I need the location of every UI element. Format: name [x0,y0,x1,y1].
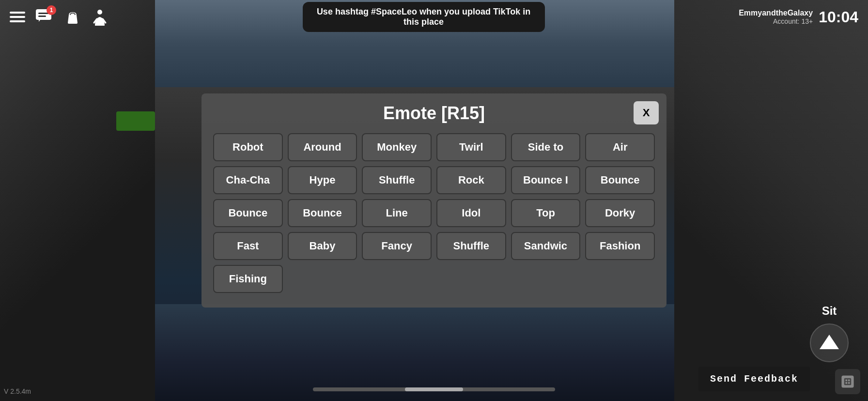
emote-button-fashion-23[interactable]: Fashion [585,232,655,260]
emote-button-baby-19[interactable]: Baby [288,232,357,260]
emote-button-bounce-12[interactable]: Bounce [213,199,283,227]
scroll-bar[interactable] [313,387,555,391]
emote-button-hype-7[interactable]: Hype [288,166,357,194]
svg-rect-10 [846,380,848,382]
svg-rect-11 [848,380,850,382]
account-info: Account: 13+ [739,17,813,25]
emote-button-sandwic-22[interactable]: Sandwic [511,232,581,260]
svg-point-4 [97,10,102,15]
hamburger-menu-icon[interactable] [10,12,25,22]
emote-button-shuffle-8[interactable]: Shuffle [362,166,432,194]
emote-button-fast-18[interactable]: Fast [213,232,283,260]
emote-modal: Emote [R15] X RobotAroundMonkeyTwirlSide… [202,93,666,308]
bag-icon[interactable] [64,8,81,26]
green-plant [116,111,155,131]
bg-center-bottom [155,304,674,401]
emote-button-bounce-i-10[interactable]: Bounce I [511,166,581,194]
version-text: V 2.5.4m [4,387,31,395]
emote-button-side-to-4[interactable]: Side to [511,133,581,161]
emote-button-bounce-13[interactable]: Bounce [288,199,357,227]
svg-rect-13 [848,382,850,384]
modal-title: Emote [R15] [213,103,655,123]
svg-rect-3 [38,15,46,17]
emote-grid: RobotAroundMonkeyTwirlSide toAirCha-ChaH… [213,133,655,293]
emote-button-fishing-24[interactable]: Fishing [213,265,283,293]
emote-button-idol-15[interactable]: Idol [436,199,506,227]
emote-button-around-1[interactable]: Around [288,133,357,161]
top-bar-left: 1 [10,7,108,27]
svg-marker-7 [820,335,839,349]
emote-button-air-5[interactable]: Air [585,133,655,161]
emote-button-line-14[interactable]: Line [362,199,432,227]
emote-button-fancy-20[interactable]: Fancy [362,232,432,260]
jump-button[interactable] [810,324,849,362]
player-icon[interactable] [91,8,108,26]
svg-rect-12 [846,382,848,384]
emote-button-cha-cha-6[interactable]: Cha-Cha [213,166,283,194]
time-display: 10:04 [819,8,858,26]
svg-rect-9 [844,378,851,385]
username-info: EmmyandtheGalaxy Account: 13+ [739,9,813,25]
emote-button-twirl-3[interactable]: Twirl [436,133,506,161]
chat-icon[interactable]: 1 [35,7,54,27]
emote-button-robot-0[interactable]: Robot [213,133,283,161]
bottom-right-controls: Sit [810,304,849,362]
scroll-thumb [405,387,463,391]
top-bar: 1 Use hashtag #SpaceLeo when you upload … [0,0,868,34]
emote-button-rock-9[interactable]: Rock [436,166,506,194]
emote-button-dorky-17[interactable]: Dorky [585,199,655,227]
modal-close-button[interactable]: X [634,101,659,124]
top-bar-right: EmmyandtheGalaxy Account: 13+ 10:04 [739,8,858,26]
notification-banner: Use hashtag #SpaceLeo when you upload Ti… [303,2,545,32]
bg-left [0,0,155,401]
username: EmmyandtheGalaxy [739,9,813,17]
emote-button-shuffle-21[interactable]: Shuffle [436,232,506,260]
sit-label: Sit [822,304,837,318]
emote-button-monkey-2[interactable]: Monkey [362,133,432,161]
emote-button-top-16[interactable]: Top [511,199,581,227]
send-feedback-button[interactable]: Send Feedback [698,367,810,391]
emote-modal-overlay: Emote [R15] X RobotAroundMonkeyTwirlSide… [202,93,666,308]
chat-badge: 1 [46,5,56,15]
emote-button-bounce-11[interactable]: Bounce [585,166,655,194]
roblox-icon[interactable] [835,369,860,394]
